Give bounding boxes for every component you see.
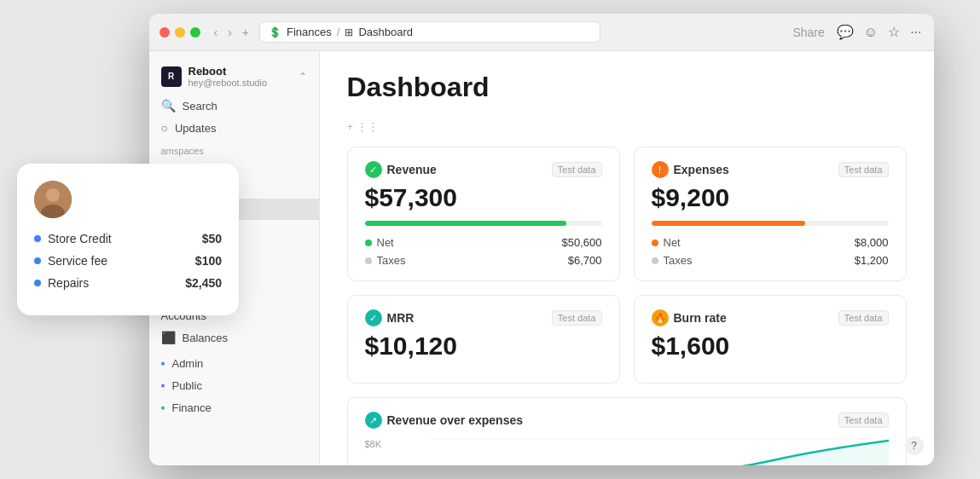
workspace-email: hey@reboot.studio [188,78,268,88]
emoji-icon[interactable]: ☺ [862,23,879,42]
metric-title-row: ! Expenses [652,161,729,178]
metric-bar [652,221,806,226]
public-icon: ▪ [161,378,165,392]
sidebar-item-label: Search [183,100,217,113]
metric-row: Net $50,600 [365,236,602,249]
row-label: Net [652,236,681,249]
page-title: Dashboard [347,72,907,103]
row-label: Taxes [365,254,406,267]
back-button[interactable]: ‹ [211,24,222,41]
mrr-card: ✓ MRR Test data $10,120 [347,295,620,384]
list-item: Service fee $100 [34,254,222,268]
minimize-button[interactable] [175,27,185,38]
nav-item-label: Public [171,379,201,392]
row-value: $8,000 [855,236,889,249]
sidebar-item-updates[interactable]: ○ Updates [149,117,319,139]
item-value: $2,450 [185,276,222,290]
test-data-badge: Test data [838,162,889,177]
metric-rows: Net $50,600 Taxes $6,700 [365,236,602,267]
workspace-logo: R [161,66,182,87]
metric-value: $10,120 [365,332,602,361]
row-value: $6,700 [568,254,602,267]
add-block-button[interactable]: + ⋮⋮ [347,120,907,133]
drag-icon: ⋮⋮ [357,120,379,133]
test-data-badge: Test data [838,413,889,428]
share-button[interactable]: Share [789,24,827,41]
metric-bar-container [652,221,889,226]
help-button[interactable]: ? [905,436,924,455]
burn-rate-card: 🔥 Burn rate Test data $1,600 [634,295,907,384]
chevron-icon: ⌃ [299,71,307,83]
revenue-icon: ✓ [365,161,382,178]
add-tab-button[interactable]: + [239,24,252,41]
workspace-name: Reboot [188,65,268,78]
traffic-lights [159,27,200,38]
revenue-card: ✓ Revenue Test data $57,300 Net [347,147,620,281]
chart-header: ↗ Revenue over expenses Test data [365,412,889,429]
mrr-icon: ✓ [365,309,382,326]
close-button[interactable] [159,27,170,38]
row-label: Taxes [652,254,693,267]
metric-title-row: ✓ MRR [365,309,415,326]
item-value: $100 [195,254,222,268]
browser-window: ‹ › + 💲 Finances / ⊞ Dashboard Share 💬 ☺… [149,14,934,465]
title-bar: ‹ › + 💲 Finances / ⊞ Dashboard Share 💬 ☺… [149,14,934,51]
dot-icon [365,240,372,246]
chart-icon: ↗ [365,412,382,429]
avatar-image [34,181,72,218]
chart-title-row: ↗ Revenue over expenses [365,412,524,429]
address-bar[interactable]: 💲 Finances / ⊞ Dashboard [259,21,600,43]
dot-icon [34,280,41,286]
nav-item-label: Finance [171,401,211,414]
sidebar-item-public[interactable]: ▪ Public [149,374,319,396]
toolbar-right: Share 💬 ☺ ☆ ··· [789,22,923,42]
sidebar-item-finance[interactable]: ▪ Finance [149,396,319,418]
row-label: Net [365,236,394,249]
breadcrumb-page: Dashboard [358,26,413,38]
metrics-grid: ✓ Revenue Test data $57,300 Net [347,147,907,384]
chart-title: Revenue over expenses [387,413,524,427]
star-icon[interactable]: ☆ [886,22,902,42]
expenses-icon: ! [652,161,669,178]
item-label: Repairs [48,276,178,290]
chart-area: $8K $6K $4K [365,439,889,465]
metric-header: 🔥 Burn rate Test data [652,309,889,326]
maximize-button[interactable] [190,27,200,38]
workspace-details: Reboot hey@reboot.studio [188,65,268,88]
metric-row: Taxes $6,700 [365,254,602,267]
row-value: $1,200 [855,254,889,267]
test-data-badge: Test data [838,310,889,326]
sidebar-item-search[interactable]: 🔍 Search [149,95,319,117]
updates-icon: ○ [161,121,168,135]
nav-item-label: Balances [183,332,228,344]
item-value: $50 [202,232,222,245]
metric-bar [365,221,566,226]
svg-point-1 [46,188,60,202]
row-value: $50,600 [562,236,602,249]
metric-header: ✓ MRR Test data [365,309,602,326]
more-options-icon[interactable]: ··· [908,23,923,42]
test-data-badge: Test data [552,310,602,326]
metric-header: ! Expenses Test data [652,161,889,178]
avatar [34,181,72,218]
dashboard-icon: ⊞ [345,26,353,38]
metric-row: Net $8,000 [652,236,889,249]
dot-icon [34,257,41,264]
dot-icon [652,240,658,246]
forward-button[interactable]: › [224,24,235,41]
nav-item-label: Admin [171,357,203,370]
sidebar-item-admin[interactable]: ▪ Admin [149,352,319,374]
admin-icon: ▪ [161,356,165,370]
workspace-selector[interactable]: R Reboot hey@reboot.studio ⌃ [149,58,319,95]
metric-row: Taxes $1,200 [652,254,889,267]
card-header [34,181,222,218]
sidebar-item-balances[interactable]: ⬛ Balances [149,326,319,349]
metric-title: Revenue [387,163,437,176]
finance-icon: ▪ [161,401,165,414]
comment-icon[interactable]: 💬 [835,22,855,42]
metric-value: $57,300 [365,183,602,212]
chart-card: ↗ Revenue over expenses Test data $8K $6… [347,397,907,465]
plus-icon: + [347,120,354,133]
dot-icon [365,257,372,264]
breadcrumb-section: Finances [287,26,332,38]
